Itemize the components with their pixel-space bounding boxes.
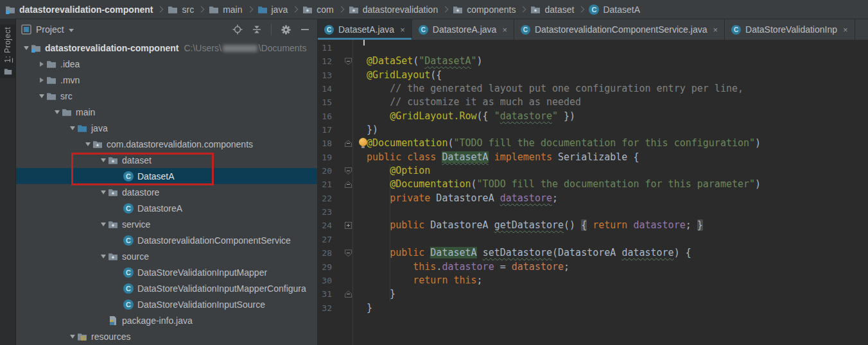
- package-folder-icon: [108, 155, 118, 165]
- tree-item-java[interactable]: java: [16, 120, 317, 136]
- gutter: [340, 233, 367, 246]
- tree-item-datastorevalidationinputmapperconfigura[interactable]: CDataStoreValidationInputMapperConfigura: [16, 280, 317, 296]
- fold-open-down-icon[interactable]: [345, 249, 352, 257]
- tree-item-datastorea[interactable]: CDatastoreA: [16, 200, 317, 216]
- code-line-27[interactable]: 27: [318, 233, 868, 246]
- close-icon[interactable]: ×: [843, 25, 848, 35]
- close-icon[interactable]: ×: [400, 25, 405, 35]
- chevron-expanded-icon[interactable]: [83, 142, 92, 146]
- tree-item-datastorevalidation-component[interactable]: datastorevalidation-componentC:\Users\\D…: [16, 40, 317, 56]
- gutter: [340, 178, 367, 191]
- chevron-collapsed-icon[interactable]: [37, 78, 46, 83]
- breadcrumb-item[interactable]: dataset: [530, 4, 574, 15]
- breadcrumb-item[interactable]: datastorevalidation-component: [5, 4, 153, 15]
- code-line-23[interactable]: 23: [318, 205, 868, 219]
- code-line-24[interactable]: 24 public DatastoreA getDatastore() { re…: [318, 219, 868, 232]
- fold-open-up-icon[interactable]: [345, 181, 352, 188]
- code-line-19[interactable]: 19public class DatasetA implements Seria…: [318, 151, 868, 164]
- code-line-32[interactable]: 32}: [318, 301, 868, 315]
- project-folder-icon: [31, 43, 41, 53]
- intention-lightbulb-icon[interactable]: [358, 138, 369, 149]
- tree-item-datastorevalidationinputsource[interactable]: CDataStoreValidationInputSource: [16, 296, 317, 312]
- code-editor[interactable]: 1112@DataSet("DatasetA")13@GridLayout({1…: [318, 40, 868, 345]
- tree-item-resources[interactable]: resources: [16, 328, 317, 344]
- code-line-22[interactable]: 22 private DatastoreA datastore;: [318, 192, 868, 205]
- close-icon[interactable]: ×: [713, 25, 718, 35]
- tree-item-label: DatasetA: [137, 171, 175, 181]
- code-line-18[interactable]: 18@Documentation("TODO fill the document…: [318, 137, 868, 150]
- project-tool-window-button[interactable]: 1: Project: [0, 24, 15, 78]
- breadcrumb-item[interactable]: datastorevalidation: [349, 4, 438, 15]
- code-line-20[interactable]: 20 @Option: [318, 164, 868, 178]
- chevron-expanded-icon[interactable]: [98, 190, 108, 194]
- close-icon[interactable]: ×: [502, 25, 507, 35]
- gutter: [340, 164, 367, 178]
- breadcrumb-label: main: [223, 4, 242, 15]
- chevron-expanded-icon[interactable]: [21, 46, 31, 50]
- settings-icon[interactable]: [281, 25, 291, 35]
- code-line-14[interactable]: 14 // the generated layout put one confi…: [318, 82, 868, 96]
- line-number: 22: [318, 192, 340, 205]
- line-number: 15: [318, 96, 340, 109]
- breadcrumb-item[interactable]: com: [302, 4, 333, 15]
- tree-item-main[interactable]: main: [16, 104, 317, 120]
- chevron-expanded-icon[interactable]: [52, 110, 62, 114]
- tree-item-src[interactable]: src: [16, 88, 317, 104]
- code-line-11[interactable]: 11: [318, 41, 868, 55]
- code-line-31[interactable]: 31 }: [318, 287, 868, 301]
- code-line-21[interactable]: 21 @Documentation("TODO fill the documen…: [318, 178, 868, 191]
- code-line-17[interactable]: 17}): [318, 123, 868, 137]
- tree-item-source[interactable]: source: [16, 248, 317, 264]
- code-line-30[interactable]: 30 return this;: [318, 274, 868, 287]
- tree-item--mvn[interactable]: .mvn: [16, 72, 317, 88]
- editor-tab-datastorea-java[interactable]: CDatastoreA.java×: [412, 19, 514, 40]
- chevron-expanded-icon[interactable]: [98, 223, 108, 226]
- gutter: [340, 205, 367, 219]
- fold-open-down-icon[interactable]: [345, 167, 352, 174]
- code-line-16[interactable]: 16 @GridLayout.Row({ "datastore" }): [318, 110, 868, 123]
- hide-icon[interactable]: [300, 25, 309, 34]
- breadcrumb-item[interactable]: src: [168, 4, 194, 15]
- breadcrumb-item[interactable]: main: [209, 4, 242, 15]
- chevron-expanded-icon[interactable]: [67, 126, 77, 130]
- fold-open-up-icon[interactable]: [345, 290, 352, 298]
- editor-tab-dataseta-java[interactable]: CDatasetA.java×: [318, 19, 412, 40]
- tree-item-dataset[interactable]: dataset: [16, 152, 317, 168]
- tree-item-datastorevalidationcomponentservice[interactable]: CDatastorevalidationComponentService: [16, 232, 317, 248]
- line-number: 13: [318, 69, 340, 82]
- chevron-down-icon[interactable]: [69, 29, 74, 32]
- code-line-15[interactable]: 15 // customize it as much as needed: [318, 96, 868, 109]
- tree-item-com-datastorevalidation-components[interactable]: com.datastorevalidation.components: [16, 136, 317, 152]
- tree-item-dataseta[interactable]: CDatasetA: [16, 168, 317, 184]
- code-line-13[interactable]: 13@GridLayout({: [318, 69, 868, 82]
- chevron-collapsed-icon[interactable]: [37, 62, 46, 67]
- chevron-expanded-icon[interactable]: [67, 335, 77, 339]
- editor-tab-datastorevalidationcomponentservice-java[interactable]: CDatastorevalidationComponentService.jav…: [514, 19, 725, 40]
- code-text: @GridLayout({: [367, 69, 442, 82]
- collapse-all-icon[interactable]: [252, 25, 261, 34]
- breadcrumb-separator-icon: [442, 6, 449, 13]
- chevron-expanded-icon[interactable]: [98, 255, 108, 258]
- tree-item-service[interactable]: service: [16, 216, 317, 232]
- code-text: @DataSet("DatasetA"): [367, 55, 483, 68]
- locate-icon[interactable]: [232, 24, 243, 35]
- code-line-12[interactable]: 12@DataSet("DatasetA"): [318, 55, 868, 68]
- project-view-title[interactable]: Project: [36, 24, 64, 35]
- code-line-29[interactable]: 29 this.datastore = datastore;: [318, 260, 868, 274]
- code-line-28[interactable]: 28 public DatasetA setDatastore(Datastor…: [318, 246, 868, 260]
- package-folder-icon: [530, 4, 541, 15]
- fold-closed-plus-icon[interactable]: [345, 222, 352, 229]
- tree-item-datastorevalidationinputmapper[interactable]: CDataStoreValidationInputMapper: [16, 264, 317, 280]
- breadcrumb-label: com: [317, 4, 333, 15]
- editor-tab-datastorevalidationinp[interactable]: CDataStoreValidationInp×: [725, 19, 855, 40]
- chevron-expanded-icon[interactable]: [37, 94, 46, 98]
- fold-open-up-icon[interactable]: [345, 140, 352, 147]
- tree-item--idea[interactable]: .idea: [16, 56, 317, 72]
- tree-item-package-info-java[interactable]: package-info.java: [16, 312, 317, 328]
- fold-open-down-icon[interactable]: [345, 58, 352, 65]
- breadcrumb-item[interactable]: java: [257, 4, 288, 15]
- chevron-expanded-icon[interactable]: [98, 158, 108, 162]
- breadcrumb-item[interactable]: components: [453, 4, 516, 15]
- breadcrumb-item[interactable]: CDatasetA: [589, 4, 640, 15]
- tree-item-datastore[interactable]: datastore: [16, 184, 317, 200]
